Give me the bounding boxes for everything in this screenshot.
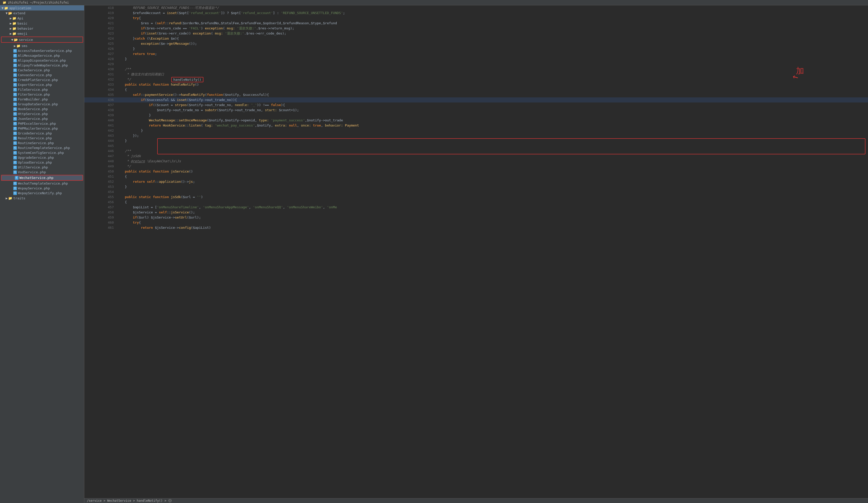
table-row: 439 }: [84, 113, 868, 118]
sidebar-item-wxpayservice[interactable]: CWxpayService.php: [0, 186, 84, 191]
line-number: 430: [84, 67, 116, 72]
php-file-icon: C: [13, 182, 17, 185]
sidebar-item-jsonservice[interactable]: CJsonService.php: [0, 116, 84, 121]
php-file-icon: C: [13, 192, 17, 195]
sidebar-item-fiterservice[interactable]: CFiterService.php: [0, 92, 84, 97]
sidebar-item-groupdataservice[interactable]: CGroupDataService.php: [0, 102, 84, 106]
line-number: 449: [84, 164, 116, 169]
sidebar-item-extend[interactable]: ▼ 📂 extend: [0, 10, 84, 16]
sidebar-item-resultservice[interactable]: CResultService.php: [0, 136, 84, 141]
code-container: 418 REFUND_SOURCE_RECHARGE_FUNDS---可用余额退…: [84, 6, 868, 230]
table-row: 423 if(isset($res->err_code)) exception(…: [84, 31, 868, 36]
wechatservice-redbox: CWechatService.php: [1, 175, 83, 181]
sidebar-file-label: CacheService.php: [18, 68, 50, 72]
sidebar-item-accesstokenserveservice[interactable]: CAccessTokenServeService.php: [0, 48, 84, 53]
sidebar-item-routinetemplateservice[interactable]: CRoutineTemplateService.php: [0, 145, 84, 150]
table-row: 457 $apiList = ['onMenuShareTimeline', '…: [84, 205, 868, 210]
php-file-icon: C: [13, 161, 17, 164]
sidebar-item-basic[interactable]: ▶ 📁 basic: [0, 21, 84, 26]
sidebar-item-formbuilder[interactable]: CFormBuilder.php: [0, 97, 84, 102]
sidebar-item-vodservice[interactable]: CVodService.php: [0, 170, 84, 175]
line-number: 423: [84, 31, 116, 36]
sidebar-item-alimessageservice[interactable]: CAliMessageService.php: [0, 53, 84, 58]
sidebar-item-uploadservice[interactable]: CUploadService.php: [0, 160, 84, 165]
sidebar-item-routineservice[interactable]: CRoutineService.php: [0, 141, 84, 145]
line-number: 445: [84, 143, 116, 148]
line-content: $res = (self::refund($orderNo,$refundNo,…: [116, 21, 868, 26]
php-file-icon: C: [13, 73, 17, 77]
arrow-down-icon: ▼: [1, 6, 4, 10]
line-content: $jsService = self::jsService();: [116, 210, 868, 215]
sidebar-item-upgradeservice[interactable]: CUpgradeService.php: [0, 155, 84, 160]
line-number: 424: [84, 36, 116, 41]
line-number: 432: [84, 77, 116, 82]
php-file-icon: C: [13, 54, 17, 58]
sidebar-label-sms: sms: [21, 44, 27, 48]
line-number: 450: [84, 169, 116, 174]
sidebar-item-exportservice[interactable]: CExportService.php: [0, 82, 84, 87]
code-scroll[interactable]: 418 REFUND_SOURCE_RECHARGE_FUNDS---可用余额退…: [84, 6, 868, 498]
sidebar-label-service: service: [19, 38, 33, 42]
sidebar-file-label: JsonService.php: [18, 117, 48, 121]
sidebar-item-behavior[interactable]: ▶ 📁 behavior: [0, 26, 84, 31]
line-content: }: [116, 184, 868, 189]
php-file-icon: C: [13, 88, 17, 92]
sidebar-item-phpexcelservice[interactable]: CPHPExcelService.php: [0, 121, 84, 126]
service-folder-redbox: ▼ 📂 service: [1, 37, 83, 43]
php-file-icon: C: [13, 69, 17, 72]
line-content: public static function handleNotify(): [116, 82, 868, 87]
project-icon: 📁: [2, 1, 7, 4]
php-file-icon: C: [13, 141, 17, 145]
sidebar-file-label: QrcodeService.php: [18, 131, 52, 135]
table-row: 429: [84, 62, 868, 67]
sidebar-item-phpmailerservice[interactable]: CPHPMailerService.php: [0, 126, 84, 131]
sidebar-file-label: AccessTokenServeService.php: [18, 49, 72, 53]
sidebar-item-canvasservice[interactable]: CCanvasService.php: [0, 73, 84, 78]
sidebar[interactable]: ▼ 📁 application ▼ 📂 extend ▶ 📁 Api ▶ 📁 b…: [0, 6, 84, 503]
sidebar-item-crmebplatservice[interactable]: CCrmebPlatService.php: [0, 78, 84, 82]
folder-icon: 📂: [14, 38, 18, 42]
sidebar-item-wechattemplateservice[interactable]: CWechatTemplateService.php: [0, 181, 84, 186]
sidebar-item-service[interactable]: ▼ 📂 service: [1, 37, 83, 42]
sidebar-item-alipaydisposeservice[interactable]: CAlipayDisposeService.php: [0, 58, 84, 63]
sidebar-item-wxpayservicenotify[interactable]: CWxpayServiceNotify.php: [0, 191, 84, 196]
line-number: 440: [84, 118, 116, 123]
sidebar-item-qrcodeservice[interactable]: CQrcodeService.php: [0, 131, 84, 136]
sidebar-item-emoji[interactable]: ▶ 📁 emoji: [0, 31, 84, 36]
line-number: 455: [84, 195, 116, 199]
table-row: 447 * jsSdk: [84, 154, 868, 159]
sidebar-file-label: HookService.php: [18, 107, 48, 111]
table-row: 455 public static function jsSdk($url = …: [84, 195, 868, 199]
sidebar-item-hookservice[interactable]: CHookService.php: [0, 106, 84, 111]
sidebar-file-label: RoutineService.php: [18, 141, 54, 145]
sidebar-file-label: RoutineTemplateService.php: [18, 146, 70, 150]
sidebar-item-systemconfigservice[interactable]: CSystemConfigService.php: [0, 150, 84, 155]
table-row: 443 });: [84, 133, 868, 138]
line-content: });: [116, 133, 868, 138]
table-row: 459 if($url) $jsService->setUrl($url);: [84, 215, 868, 220]
sidebar-item-alipaytradewapservice[interactable]: CAlipayTradeWapService.php: [0, 63, 84, 68]
sidebar-item-cacheservice[interactable]: CCacheService.php: [0, 68, 84, 73]
line-number: 435: [84, 92, 116, 97]
line-number: 438: [84, 107, 116, 113]
line-content: * jsSdk: [116, 154, 868, 159]
php-file-icon: C: [13, 156, 17, 160]
table-row: 442 }: [84, 128, 868, 133]
sidebar-item-application[interactable]: ▼ 📁 application: [0, 6, 84, 10]
table-row: 449 */: [84, 164, 868, 169]
line-content: }: [116, 113, 868, 118]
php-file-icon: C: [13, 132, 17, 135]
sidebar-item-httpservice[interactable]: CHttpService.php: [0, 111, 84, 116]
code-table: 418 REFUND_SOURCE_RECHARGE_FUNDS---可用余额退…: [84, 6, 868, 230]
sidebar-label-traits: traits: [13, 196, 25, 200]
php-file-icon: C: [13, 93, 17, 96]
sidebar-item-api[interactable]: ▶ 📁 Api: [0, 16, 84, 21]
sidebar-item-fileservice[interactable]: CFileService.php: [0, 87, 84, 92]
sidebar-item-wechatservice[interactable]: CWechatService.php: [1, 175, 83, 180]
line-content: }catch (\Exception $e){: [116, 36, 868, 41]
sidebar-item-sms[interactable]: ▶ 📁 sms: [0, 43, 84, 48]
sidebar-item-utilservice[interactable]: CUtilService.php: [0, 165, 84, 170]
sidebar-file-label: GroupDataService.php: [18, 102, 58, 106]
sidebar-label-emoji: emoji: [17, 32, 27, 35]
sidebar-item-traits[interactable]: ▶ 📁 traits: [0, 196, 84, 201]
